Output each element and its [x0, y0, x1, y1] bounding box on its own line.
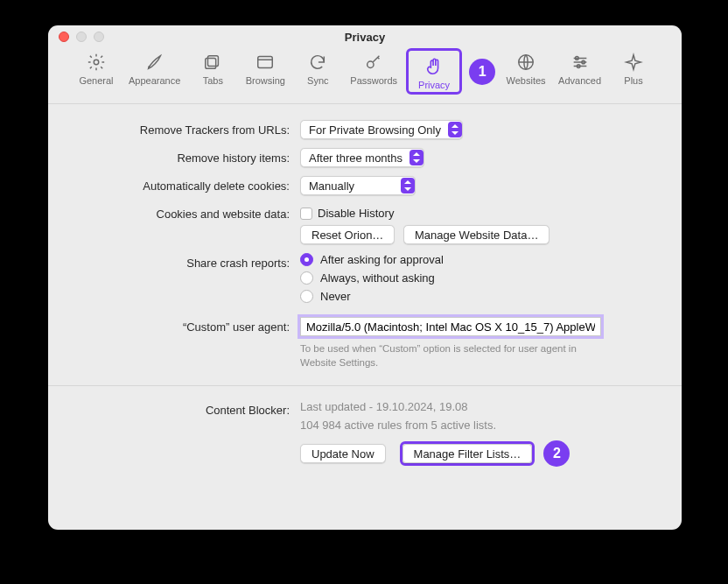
tab-privacy[interactable]: Privacy	[410, 53, 458, 92]
annotation-step1-box: Privacy	[406, 48, 462, 95]
remove-trackers-select[interactable]: For Private Browsing Only	[300, 120, 463, 139]
preferences-toolbar: General Appearance Tabs Browsing Sync	[48, 48, 682, 104]
tab-label: Sync	[307, 75, 328, 86]
update-now-button[interactable]: Update Now	[300, 444, 386, 463]
tab-label: Plus	[624, 75, 642, 86]
key-icon	[363, 52, 384, 73]
auto-delete-cookies-select[interactable]: Manually	[300, 176, 416, 195]
gear-icon	[86, 52, 107, 73]
window-title: Privacy	[48, 31, 682, 44]
radio-label: Always, without asking	[320, 271, 435, 285]
content-blocker-label: Content Blocker:	[83, 400, 300, 417]
reset-orion-button[interactable]: Reset Orion…	[300, 225, 395, 244]
remove-history-label: Remove history items:	[83, 148, 300, 165]
content-blocker-updated: Last updated - 19.10.2024, 19.08	[300, 400, 647, 413]
sync-icon	[307, 52, 328, 73]
chevron-updown-icon	[410, 150, 424, 165]
tab-label: Appearance	[129, 75, 180, 86]
tab-label: Tabs	[203, 75, 223, 86]
annotation-step2-box: Manage Filter Lists…	[400, 441, 536, 466]
disable-history-label: Disable History	[318, 207, 394, 220]
svg-rect-3	[258, 57, 273, 68]
crash-radio-always[interactable]	[300, 271, 313, 285]
chevron-updown-icon	[401, 178, 415, 193]
manage-website-data-button[interactable]: Manage Website Data…	[403, 225, 550, 244]
globe-icon	[515, 52, 536, 73]
tab-plus[interactable]: Plus	[610, 48, 657, 95]
remove-history-select[interactable]: After three months	[300, 148, 424, 167]
user-agent-hint: To be used when “Custom” option is selec…	[300, 341, 601, 369]
window-icon	[255, 52, 276, 73]
sliders-icon	[570, 52, 591, 73]
annotation-step1-badge: 1	[469, 59, 495, 85]
user-agent-label: “Custom” user agent:	[83, 317, 300, 334]
tab-label: Passwords	[350, 75, 397, 86]
sparkle-icon	[623, 52, 644, 73]
crash-radio-after-asking[interactable]	[300, 253, 313, 266]
preferences-window: Privacy General Appearance Tabs Browsi	[48, 25, 682, 530]
tab-browsing[interactable]: Browsing	[242, 48, 289, 95]
crash-radio-never[interactable]	[300, 290, 313, 303]
tabs-icon	[202, 52, 223, 73]
tab-passwords[interactable]: Passwords	[346, 48, 401, 95]
select-value: Manually	[309, 179, 354, 193]
tab-label: Advanced	[558, 75, 601, 86]
titlebar: Privacy	[48, 25, 682, 48]
svg-point-4	[368, 61, 374, 67]
tab-general[interactable]: General	[73, 48, 120, 95]
brush-icon	[144, 52, 165, 73]
hand-icon	[424, 56, 444, 77]
section-divider	[48, 385, 682, 386]
tab-label: Privacy	[418, 80, 450, 90]
cookies-data-label: Cookies and website data:	[83, 204, 300, 221]
tab-appearance[interactable]: Appearance	[125, 48, 184, 95]
radio-label: Never	[320, 290, 351, 303]
remove-trackers-label: Remove Trackers from URLs:	[83, 120, 300, 137]
select-value: After three months	[309, 151, 402, 165]
chevron-updown-icon	[448, 122, 462, 137]
tab-websites[interactable]: Websites	[502, 48, 550, 95]
content-blocker-rule-count: 104 984 active rules from 5 active lists…	[300, 419, 647, 432]
svg-rect-1	[208, 56, 219, 67]
disable-history-checkbox[interactable]	[300, 208, 312, 220]
radio-label: After asking for approval	[320, 253, 444, 266]
tab-label: Browsing	[246, 75, 285, 86]
select-value: For Private Browsing Only	[309, 123, 441, 137]
user-agent-input[interactable]	[300, 317, 601, 336]
tab-advanced[interactable]: Advanced	[555, 48, 605, 95]
auto-delete-cookies-label: Automatically delete cookies:	[83, 176, 300, 193]
preferences-body: Remove Trackers from URLs: For Private B…	[48, 104, 682, 530]
tab-sync[interactable]: Sync	[294, 48, 341, 95]
tab-label: Websites	[507, 75, 546, 86]
svg-rect-2	[206, 58, 216, 68]
crash-reports-label: Share crash reports:	[83, 253, 300, 270]
tab-tabs[interactable]: Tabs	[189, 48, 236, 95]
tab-label: General	[79, 75, 113, 86]
manage-filter-lists-button[interactable]: Manage Filter Lists…	[402, 444, 533, 463]
annotation-step2-badge: 2	[543, 440, 570, 467]
svg-point-0	[94, 60, 99, 65]
